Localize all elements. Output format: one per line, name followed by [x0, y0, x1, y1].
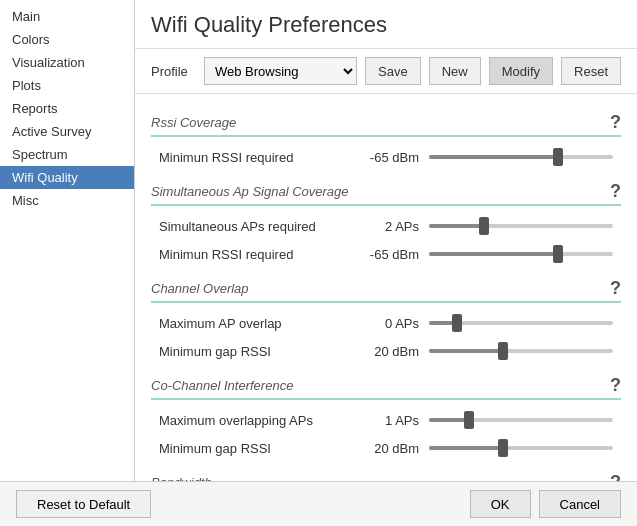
- slider-thumb[interactable]: [464, 411, 474, 429]
- slider-thumb[interactable]: [479, 217, 489, 235]
- slider-container[interactable]: [429, 148, 613, 166]
- footer: Reset to Default OK Cancel: [0, 481, 637, 526]
- slider-thumb[interactable]: [553, 148, 563, 166]
- profile-label: Profile: [151, 64, 196, 79]
- slider-container[interactable]: [429, 245, 613, 263]
- reset-button[interactable]: Reset: [561, 57, 621, 85]
- setting-row: Simultaneous APs required2 APs: [151, 212, 621, 240]
- ok-button[interactable]: OK: [470, 490, 531, 518]
- sidebar: MainColorsVisualizationPlotsReportsActiv…: [0, 0, 135, 481]
- help-icon-bandwidth[interactable]: ?: [610, 472, 621, 481]
- setting-label: Simultaneous APs required: [159, 219, 359, 234]
- page-title: Wifi Quality Preferences: [135, 0, 637, 49]
- slider-filled: [429, 252, 558, 256]
- slider-filled: [429, 155, 558, 159]
- sidebar-item-main[interactable]: Main: [0, 5, 134, 28]
- slider-track: [429, 418, 613, 422]
- setting-value: 2 APs: [359, 219, 429, 234]
- section-header-bandwidth: Bandwidth?: [151, 472, 621, 481]
- help-icon-rssi-coverage[interactable]: ?: [610, 112, 621, 133]
- slider-track: [429, 224, 613, 228]
- slider-track: [429, 446, 613, 450]
- setting-row: Minimum gap RSSI20 dBm: [151, 337, 621, 365]
- section-title-bandwidth: Bandwidth: [151, 475, 212, 481]
- slider-track: [429, 349, 613, 353]
- help-icon-channel-overlap[interactable]: ?: [610, 278, 621, 299]
- setting-row: Maximum overlapping APs1 APs: [151, 406, 621, 434]
- modify-button[interactable]: Modify: [489, 57, 553, 85]
- setting-label: Minimum gap RSSI: [159, 344, 359, 359]
- slider-container[interactable]: [429, 217, 613, 235]
- setting-row: Minimun RSSI required-65 dBm: [151, 240, 621, 268]
- slider-filled: [429, 224, 484, 228]
- section-title-co-channel: Co-Channel Interference: [151, 378, 293, 393]
- slider-track: [429, 155, 613, 159]
- profile-select[interactable]: Web BrowsingVoiceVideoCustom: [204, 57, 357, 85]
- section-header-rssi-coverage: Rssi Coverage?: [151, 112, 621, 137]
- help-icon-simultaneous-ap[interactable]: ?: [610, 181, 621, 202]
- settings-area: Rssi Coverage?Minimun RSSI required-65 d…: [135, 94, 637, 481]
- profile-bar: Profile Web BrowsingVoiceVideoCustom Sav…: [135, 49, 637, 94]
- setting-label: Maximum AP overlap: [159, 316, 359, 331]
- cancel-button[interactable]: Cancel: [539, 490, 621, 518]
- setting-value: 0 APs: [359, 316, 429, 331]
- section-title-rssi-coverage: Rssi Coverage: [151, 115, 236, 130]
- setting-row: Minimun RSSI required-65 dBm: [151, 143, 621, 171]
- slider-thumb[interactable]: [498, 439, 508, 457]
- slider-container[interactable]: [429, 439, 613, 457]
- setting-value: 20 dBm: [359, 344, 429, 359]
- section-title-simultaneous-ap: Simultaneous Ap Signal Coverage: [151, 184, 349, 199]
- slider-container[interactable]: [429, 411, 613, 429]
- setting-value: 1 APs: [359, 413, 429, 428]
- slider-container[interactable]: [429, 314, 613, 332]
- section-header-co-channel: Co-Channel Interference?: [151, 375, 621, 400]
- slider-filled: [429, 418, 469, 422]
- setting-label: Minimun RSSI required: [159, 247, 359, 262]
- app-container: MainColorsVisualizationPlotsReportsActiv…: [0, 0, 637, 481]
- sidebar-item-spectrum[interactable]: Spectrum: [0, 143, 134, 166]
- section-title-channel-overlap: Channel Overlap: [151, 281, 249, 296]
- sidebar-item-active-survey[interactable]: Active Survey: [0, 120, 134, 143]
- slider-track: [429, 321, 613, 325]
- slider-container[interactable]: [429, 342, 613, 360]
- section-header-channel-overlap: Channel Overlap?: [151, 278, 621, 303]
- section-header-simultaneous-ap: Simultaneous Ap Signal Coverage?: [151, 181, 621, 206]
- setting-label: Minimum gap RSSI: [159, 441, 359, 456]
- setting-row: Maximum AP overlap0 APs: [151, 309, 621, 337]
- sidebar-item-wifi-quality[interactable]: Wifi Quality: [0, 166, 134, 189]
- slider-track: [429, 252, 613, 256]
- sidebar-item-plots[interactable]: Plots: [0, 74, 134, 97]
- new-button[interactable]: New: [429, 57, 481, 85]
- save-button[interactable]: Save: [365, 57, 421, 85]
- slider-filled: [429, 349, 503, 353]
- help-icon-co-channel[interactable]: ?: [610, 375, 621, 396]
- setting-label: Maximum overlapping APs: [159, 413, 359, 428]
- slider-thumb[interactable]: [553, 245, 563, 263]
- slider-thumb[interactable]: [452, 314, 462, 332]
- setting-label: Minimun RSSI required: [159, 150, 359, 165]
- setting-value: -65 dBm: [359, 150, 429, 165]
- sidebar-item-reports[interactable]: Reports: [0, 97, 134, 120]
- slider-thumb[interactable]: [498, 342, 508, 360]
- setting-value: 20 dBm: [359, 441, 429, 456]
- slider-filled: [429, 446, 503, 450]
- sidebar-item-colors[interactable]: Colors: [0, 28, 134, 51]
- sidebar-item-misc[interactable]: Misc: [0, 189, 134, 212]
- main-content: Wifi Quality Preferences Profile Web Bro…: [135, 0, 637, 481]
- reset-default-button[interactable]: Reset to Default: [16, 490, 151, 518]
- setting-value: -65 dBm: [359, 247, 429, 262]
- sidebar-item-visualization[interactable]: Visualization: [0, 51, 134, 74]
- setting-row: Minimum gap RSSI20 dBm: [151, 434, 621, 462]
